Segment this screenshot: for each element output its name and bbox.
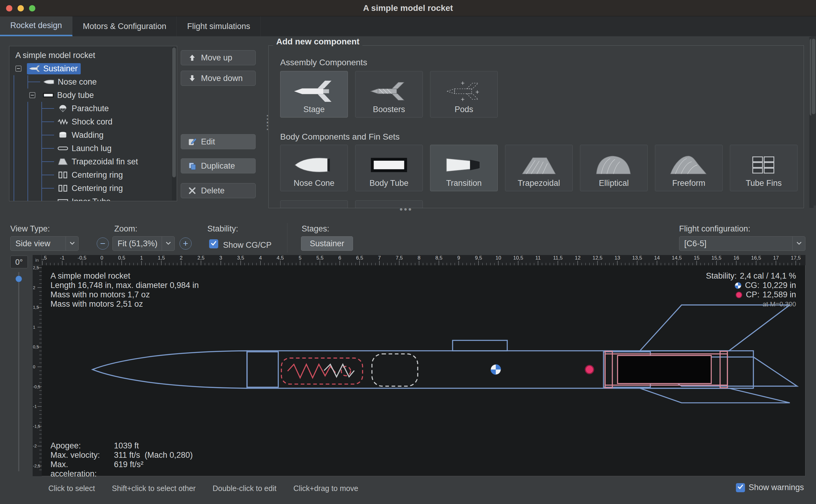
stability-readout: Stability: 2,4 cal / 14,1 % CG: 10,229 i… bbox=[706, 271, 796, 309]
zoom-select[interactable]: Fit (51,3%) bbox=[112, 236, 175, 251]
rotation-slider-track[interactable] bbox=[18, 272, 19, 471]
tree-item-trapezoidal-fin-set[interactable]: Trapezoidal fin set bbox=[14, 155, 177, 168]
fin-trapezoid-icon bbox=[57, 158, 69, 166]
tree-guide bbox=[41, 128, 55, 142]
tree-guide bbox=[28, 195, 41, 201]
splitter-handle[interactable]: ⋮⋮ bbox=[262, 115, 268, 129]
duplicate-button[interactable]: Duplicate bbox=[181, 158, 256, 173]
svg-text:1,5: 1,5 bbox=[33, 305, 39, 310]
svg-text:17,5: 17,5 bbox=[791, 255, 801, 261]
title-bar: A simple model rocket bbox=[0, 0, 816, 16]
tree-item-launch-lug[interactable]: Launch lug bbox=[14, 142, 177, 155]
rotation-angle-field[interactable]: 0° bbox=[10, 256, 28, 268]
svg-text:16: 16 bbox=[733, 255, 739, 261]
window-scrollbar-thumb[interactable] bbox=[812, 39, 815, 114]
svg-text:3: 3 bbox=[219, 255, 222, 261]
window-title: A simple model rocket bbox=[363, 3, 453, 13]
tree-item-centering-ring[interactable]: Centering ring bbox=[14, 168, 177, 182]
tree-item-body-tube[interactable]: Body tube bbox=[14, 89, 177, 102]
svg-text:9,5: 9,5 bbox=[475, 255, 482, 261]
delete-button[interactable]: Delete bbox=[181, 183, 256, 198]
flight-configuration-label: Flight configuration: bbox=[679, 224, 750, 234]
tree-guide bbox=[14, 102, 28, 115]
centering-ring-icon bbox=[57, 171, 69, 179]
check-icon bbox=[737, 483, 744, 492]
move-up-button[interactable]: Move up bbox=[181, 50, 256, 65]
duplicate-icon bbox=[188, 161, 197, 170]
centering-ring-icon bbox=[57, 184, 69, 192]
component-button-freeform[interactable]: Freeform bbox=[655, 145, 723, 191]
collapse-icon[interactable] bbox=[29, 92, 35, 98]
stages-label: Stages: bbox=[302, 224, 329, 234]
component-button-clipped[interactable] bbox=[280, 200, 348, 208]
component-button-body-tube[interactable]: Body Tube bbox=[355, 145, 423, 191]
component-button-nose-cone[interactable]: Nose Cone bbox=[280, 145, 348, 191]
tree-item-a-simple-model-rocket[interactable]: A simple model rocket bbox=[14, 49, 177, 62]
svg-text:15: 15 bbox=[694, 255, 700, 261]
edit-button[interactable]: Edit bbox=[181, 134, 256, 149]
parachute-icon bbox=[57, 105, 69, 112]
tab-motors-configuration[interactable]: Motors & Configuration bbox=[73, 16, 177, 36]
component-button-pods[interactable]: Pods bbox=[430, 71, 498, 118]
zoom-in-button[interactable]: + bbox=[180, 237, 192, 250]
window-scrollbar[interactable] bbox=[811, 36, 816, 205]
svg-text:0: 0 bbox=[33, 364, 35, 369]
tab-flight-simulations[interactable]: Flight simulations bbox=[177, 16, 261, 36]
component-button-transition[interactable]: Transition bbox=[430, 145, 498, 191]
elliptical-icon bbox=[591, 152, 636, 178]
component-button-boosters[interactable]: Boosters bbox=[355, 71, 423, 118]
shock-cord-icon bbox=[57, 118, 69, 126]
launch-lug-icon bbox=[57, 144, 69, 152]
zoom-out-button[interactable]: − bbox=[97, 237, 109, 250]
tree-item-inner-tube[interactable]: Inner Tube bbox=[14, 195, 177, 201]
panel-resize-handle[interactable]: ••• bbox=[400, 204, 413, 215]
component-button-elliptical[interactable]: Elliptical bbox=[580, 145, 648, 191]
svg-text:13: 13 bbox=[614, 255, 620, 261]
stage-toggle-sustainer[interactable]: Sustainer bbox=[301, 236, 353, 251]
show-cgcp-checkbox[interactable] bbox=[209, 239, 218, 248]
cg-line: CG: 10,229 in bbox=[706, 281, 796, 290]
tree-item-wadding[interactable]: Wadding bbox=[14, 128, 177, 142]
pods-icon bbox=[441, 78, 487, 104]
tree-guide bbox=[41, 102, 55, 115]
zoom-window-button[interactable] bbox=[29, 5, 35, 11]
tree-item-nose-cone[interactable]: Nose cone bbox=[14, 75, 177, 89]
tree-item-parachute[interactable]: Parachute bbox=[14, 102, 177, 115]
close-window-button[interactable] bbox=[6, 5, 12, 11]
tab-rocket-design[interactable]: Rocket design bbox=[0, 16, 73, 36]
component-button-stage[interactable]: Stage bbox=[280, 71, 348, 118]
tree-item-sustainer[interactable]: Sustainer bbox=[14, 62, 177, 75]
tree-item-centering-ring[interactable]: Centering ring bbox=[14, 182, 177, 195]
svg-text:8: 8 bbox=[418, 255, 420, 261]
tree-guide bbox=[14, 182, 28, 195]
collapse-icon[interactable] bbox=[15, 66, 21, 72]
tree-guide bbox=[41, 168, 55, 182]
chevron-down-icon bbox=[162, 237, 174, 250]
component-button-tube-fins[interactable]: Tube Fins bbox=[730, 145, 798, 191]
flight-configuration-select[interactable]: [C6-5] bbox=[679, 236, 805, 251]
svg-text:1: 1 bbox=[140, 255, 143, 261]
move-down-button[interactable]: Move down bbox=[181, 71, 256, 86]
hint-text: Double-click to edit bbox=[212, 484, 276, 493]
cp-icon bbox=[735, 291, 743, 299]
inner-tube-icon bbox=[57, 198, 69, 201]
edit-icon bbox=[188, 137, 197, 146]
svg-text:-1: -1 bbox=[33, 404, 37, 409]
svg-text:12: 12 bbox=[575, 255, 581, 261]
svg-text:11,5: 11,5 bbox=[553, 255, 563, 261]
tree-item-shock-cord[interactable]: Shock cord bbox=[14, 115, 177, 128]
rotation-slider-handle[interactable] bbox=[15, 276, 22, 282]
main-tab-bar: Rocket design Motors & Configuration Fli… bbox=[0, 16, 816, 36]
add-component-title: Add new component bbox=[273, 37, 362, 47]
view-type-select[interactable]: Side view bbox=[10, 236, 79, 251]
component-button-trapezoidal[interactable]: Trapezoidal bbox=[505, 145, 573, 191]
cp-line: CP: 12,589 in bbox=[706, 290, 796, 299]
show-warnings-checkbox[interactable] bbox=[736, 483, 745, 492]
svg-text:0: 0 bbox=[100, 255, 103, 261]
svg-text:-2: -2 bbox=[33, 444, 37, 448]
show-warnings-label: Show warnings bbox=[749, 483, 804, 492]
hint-text: Click to select bbox=[48, 484, 95, 493]
minimize-window-button[interactable] bbox=[18, 5, 24, 11]
tree-scrollbar-thumb[interactable] bbox=[172, 47, 176, 177]
tree-scrollbar[interactable] bbox=[172, 47, 176, 200]
